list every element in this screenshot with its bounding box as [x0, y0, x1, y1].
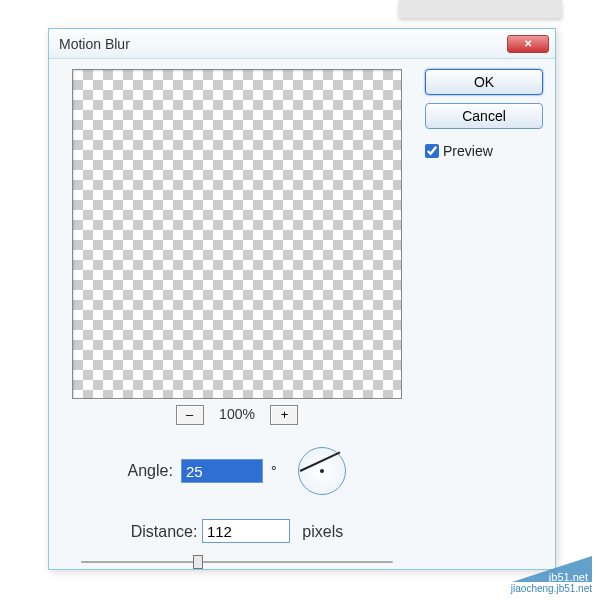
distance-row: Distance: pixels: [61, 519, 413, 543]
slider-line: [81, 561, 393, 563]
ok-button[interactable]: OK: [425, 69, 543, 95]
distance-input[interactable]: [202, 519, 290, 543]
watermark-text-2: jiaocheng.jb51.net: [511, 583, 592, 594]
angle-dial[interactable]: [298, 447, 346, 495]
angle-label: Angle:: [128, 462, 173, 480]
preview-canvas[interactable]: [72, 69, 402, 399]
distance-label: Distance:: [131, 523, 198, 540]
zoom-percent-label: 100%: [208, 406, 266, 422]
distance-slider[interactable]: [61, 553, 413, 571]
preview-checkbox-label: Preview: [443, 143, 493, 159]
angle-input[interactable]: [181, 459, 263, 483]
distance-unit: pixels: [302, 523, 343, 540]
cancel-button[interactable]: Cancel: [425, 103, 543, 129]
preview-checkbox[interactable]: [425, 144, 439, 158]
degree-symbol: °: [271, 463, 277, 479]
close-button[interactable]: ✕: [507, 35, 549, 53]
zoom-controls: – 100% +: [61, 405, 413, 425]
zoom-out-button[interactable]: –: [176, 405, 204, 425]
right-panel: OK Cancel Preview: [413, 69, 543, 571]
zoom-in-button[interactable]: +: [270, 405, 298, 425]
motion-blur-dialog: Motion Blur ✕ – 100% + Angle: ° Distance…: [48, 28, 556, 570]
close-icon: ✕: [524, 38, 532, 49]
slider-thumb[interactable]: [193, 555, 203, 569]
angle-row: Angle: °: [61, 447, 413, 495]
dialog-body: – 100% + Angle: ° Distance: pixels: [49, 59, 555, 581]
slider-track: [81, 553, 393, 571]
dialog-title: Motion Blur: [55, 36, 130, 52]
preview-checkbox-row[interactable]: Preview: [425, 143, 543, 159]
top-patch: [399, 0, 562, 18]
left-panel: – 100% + Angle: ° Distance: pixels: [61, 69, 413, 571]
titlebar[interactable]: Motion Blur ✕: [49, 29, 555, 59]
